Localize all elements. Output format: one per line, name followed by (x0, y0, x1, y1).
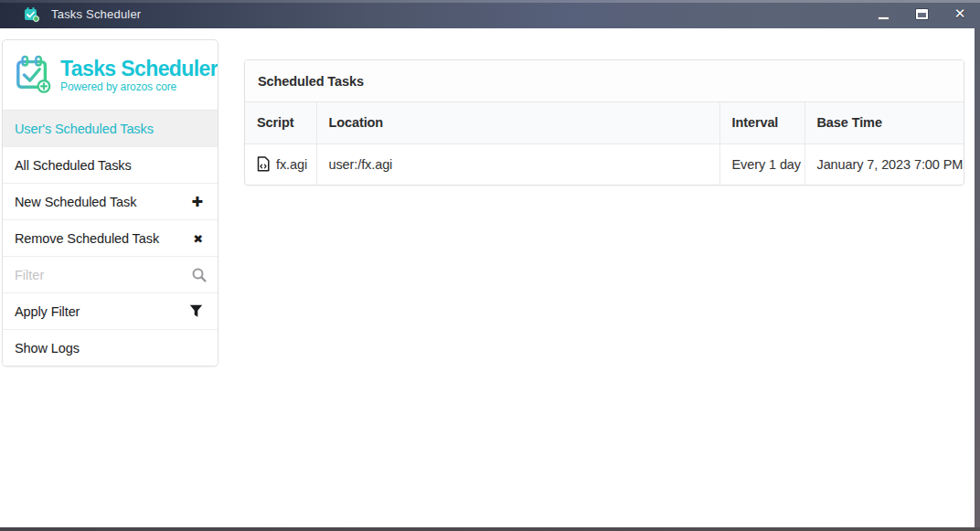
logo-title: Tasks Scheduler (60, 58, 218, 80)
window-right-border (975, 28, 980, 527)
app-window: Tasks Scheduler ✕ (0, 0, 980, 531)
column-header-script: Script (245, 102, 316, 143)
script-name: fx.agi (276, 157, 307, 172)
minimize-button[interactable] (868, 3, 898, 27)
app-logo: Tasks Scheduler Powered by arozos core (3, 40, 218, 111)
window-content: Tasks Scheduler Powered by arozos core U… (0, 28, 975, 527)
task-interval: Every 1 day (719, 143, 804, 185)
filter-funnel-icon (189, 304, 203, 318)
menu-item-label: Show Logs (15, 341, 80, 356)
filter-input[interactable] (3, 257, 191, 292)
table-row[interactable]: fx.agi user:/fx.agi Every 1 day January … (245, 143, 964, 185)
menu-item-label: All Scheduled Tasks (15, 158, 132, 173)
minimize-icon (878, 16, 889, 20)
app-calendar-icon (24, 6, 39, 22)
script-location: user:/fx.agi (316, 143, 719, 185)
close-icon: ✕ (954, 7, 966, 21)
scheduled-tasks-table: Script Location Interval Base Time (245, 102, 964, 185)
window-controls: ✕ (868, 0, 980, 28)
sidebar: Tasks Scheduler Powered by arozos core U… (2, 39, 218, 366)
sidebar-item-users-scheduled-tasks[interactable]: User's Scheduled Tasks (3, 111, 218, 147)
search-icon (191, 267, 208, 283)
scheduled-tasks-card: Scheduled Tasks Script Location Interval… (244, 59, 964, 186)
logo-text: Tasks Scheduler Powered by arozos core (60, 58, 218, 92)
close-button[interactable]: ✕ (945, 3, 975, 27)
sidebar-item-all-scheduled-tasks[interactable]: All Scheduled Tasks (3, 147, 218, 184)
file-code-icon (257, 156, 270, 172)
column-header-base-time: Base Time (804, 102, 964, 143)
sidebar-item-remove-scheduled-task[interactable]: Remove Scheduled Task (3, 220, 218, 257)
remove-x-icon (193, 231, 203, 246)
window-bottom-border[interactable] (0, 527, 980, 531)
logo-subtitle: Powered by arozos core (60, 81, 218, 92)
maximize-button[interactable] (907, 3, 936, 27)
sidebar-item-apply-filter[interactable]: Apply Filter (3, 293, 218, 330)
menu-item-label: Apply Filter (15, 304, 80, 319)
task-base-time: January 7, 2023 7:00 PM (804, 143, 964, 185)
sidebar-menu: User's Scheduled Tasks All Scheduled Tas… (3, 111, 218, 366)
menu-item-label: Remove Scheduled Task (15, 231, 159, 246)
sidebar-item-show-logs[interactable]: Show Logs (3, 330, 218, 366)
maximize-icon (916, 9, 928, 19)
sidebar-item-new-scheduled-task[interactable]: New Scheduled Task (3, 184, 218, 220)
titlebar: Tasks Scheduler ✕ (0, 0, 980, 28)
plus-icon (192, 194, 203, 210)
menu-item-label: New Scheduled Task (15, 195, 136, 209)
column-header-location: Location (316, 102, 719, 143)
window-title: Tasks Scheduler (51, 7, 141, 21)
logo-calendar-icon (15, 54, 53, 94)
column-header-interval: Interval (719, 102, 804, 143)
menu-item-label: User's Scheduled Tasks (15, 122, 154, 136)
filter-row (3, 257, 218, 293)
card-title: Scheduled Tasks (245, 60, 964, 102)
table-header-row: Script Location Interval Base Time (245, 102, 964, 143)
